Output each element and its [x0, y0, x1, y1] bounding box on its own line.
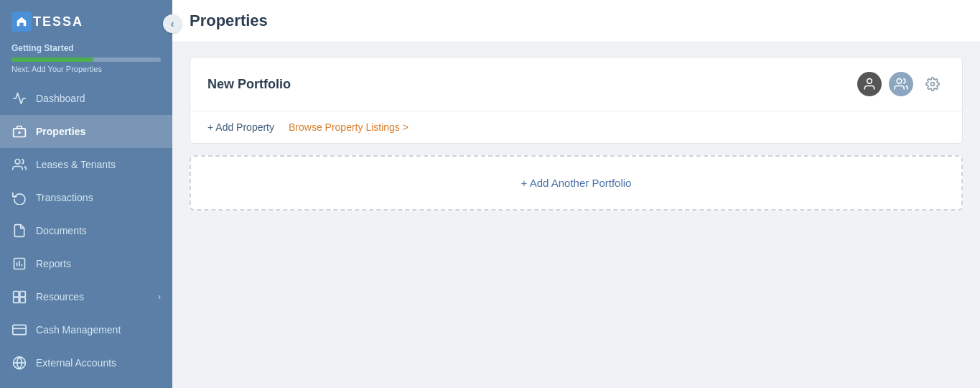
- add-another-portfolio-card[interactable]: + Add Another Portfolio: [190, 155, 963, 211]
- documents-icon: [11, 223, 27, 239]
- add-property-link[interactable]: + Add Property: [207, 121, 274, 133]
- sidebar-item-external-accounts[interactable]: External Accounts: [0, 346, 172, 379]
- sidebar-item-cash-management[interactable]: Cash Management: [0, 313, 172, 346]
- properties-icon: [11, 124, 27, 139]
- progress-bar-fill: [11, 57, 93, 62]
- avatar[interactable]: [857, 72, 882, 96]
- avatar-group[interactable]: [889, 72, 913, 96]
- svg-point-17: [897, 79, 902, 84]
- sidebar-item-leases-tenants[interactable]: Leases & Tenants: [0, 148, 172, 181]
- sidebar-item-transactions[interactable]: Transactions: [0, 181, 172, 214]
- svg-point-18: [931, 83, 935, 86]
- logo-text: TESSA: [33, 14, 83, 29]
- sidebar-item-leases-tenants-label: Leases & Tenants: [36, 159, 116, 170]
- sidebar-item-properties-label: Properties: [36, 126, 85, 137]
- sidebar-nav: Dashboard Properties: [0, 82, 172, 388]
- sidebar-item-reports[interactable]: Reports: [0, 247, 172, 280]
- content-area: New Portfolio: [172, 42, 980, 388]
- sidebar-item-cash-management-label: Cash Management: [36, 324, 121, 336]
- resources-icon: [11, 289, 27, 305]
- sidebar-item-external-accounts-label: External Accounts: [36, 357, 116, 369]
- svg-point-16: [867, 79, 872, 84]
- sidebar-item-documents[interactable]: Documents: [0, 214, 172, 247]
- sidebar-item-transactions-label: Transactions: [36, 192, 93, 203]
- getting-started-section: Getting Started Next: Add Your Propertie…: [0, 37, 172, 76]
- transactions-icon: [11, 190, 27, 205]
- portfolio-links: + Add Property Browse Property Listings …: [190, 111, 962, 143]
- svg-rect-8: [14, 292, 19, 297]
- sidebar-item-dashboard[interactable]: Dashboard: [0, 82, 172, 115]
- svg-rect-10: [14, 297, 19, 303]
- portfolio-actions: [857, 72, 945, 96]
- portfolio-settings-button[interactable]: [920, 72, 945, 96]
- progress-bar-container: [11, 57, 161, 62]
- external-icon: [11, 355, 27, 371]
- svg-point-3: [15, 160, 20, 165]
- svg-rect-12: [13, 325, 26, 334]
- getting-started-label: Getting Started: [11, 43, 161, 53]
- sidebar-item-resources-label: Resources: [36, 291, 84, 302]
- portfolio-header: New Portfolio: [190, 57, 962, 111]
- sidebar-header: TESSA: [0, 0, 172, 37]
- sidebar-item-dashboard-label: Dashboard: [36, 93, 85, 104]
- sidebar-item-resources[interactable]: Resources ›: [0, 280, 172, 313]
- chevron-right-icon: ›: [158, 292, 161, 302]
- sidebar-item-properties[interactable]: Properties: [0, 115, 172, 148]
- page-title: Properties: [190, 11, 963, 30]
- page-header: Properties: [172, 0, 980, 42]
- browse-property-listings-link[interactable]: Browse Property Listings >: [289, 121, 409, 133]
- sidebar: TESSA ‹ Getting Started Next: Add Your P…: [0, 0, 172, 388]
- reports-icon: [11, 256, 27, 272]
- dashboard-icon: [11, 91, 27, 106]
- collapse-sidebar-button[interactable]: ‹: [163, 14, 182, 33]
- svg-rect-9: [20, 292, 26, 297]
- sidebar-item-reports-label: Reports: [36, 258, 71, 269]
- logo-icon: [11, 11, 32, 32]
- leases-icon: [11, 157, 27, 172]
- portfolio-card: New Portfolio: [190, 57, 963, 144]
- add-another-portfolio-button[interactable]: + Add Another Portfolio: [521, 177, 632, 189]
- svg-rect-11: [20, 297, 26, 303]
- portfolio-name: New Portfolio: [207, 77, 291, 92]
- progress-next-label: Next: Add Your Properties: [11, 65, 161, 73]
- logo: TESSA: [11, 11, 83, 32]
- sidebar-item-documents-label: Documents: [36, 225, 87, 236]
- main-content: Properties New Portfolio: [172, 0, 980, 388]
- cash-icon: [11, 322, 27, 338]
